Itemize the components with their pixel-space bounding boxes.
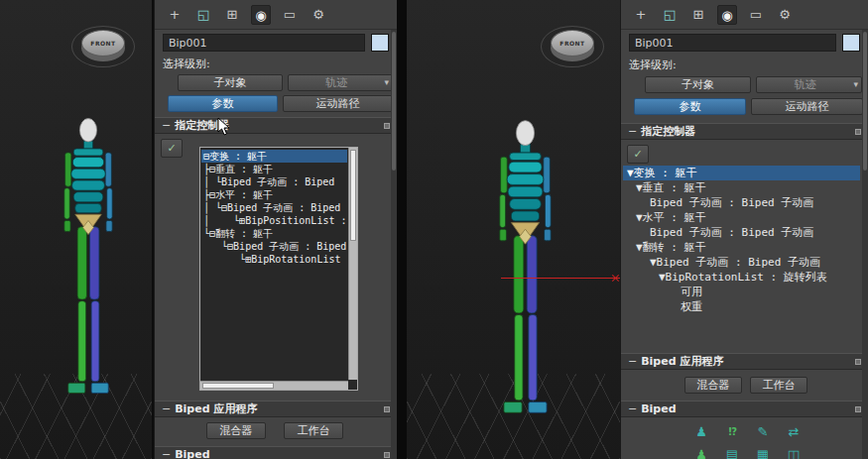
mixer-mode-icon[interactable]: ⇄: [783, 422, 805, 442]
parameters-button[interactable]: 参数: [634, 98, 746, 115]
rollout-corner-icon: [855, 406, 861, 412]
object-name-row: [163, 34, 389, 52]
rollout-title: Biped 应用程序: [175, 402, 257, 416]
tree-item-weight[interactable]: 权重: [623, 299, 860, 314]
tree-vscroll-thumb[interactable]: [350, 150, 356, 241]
tree-item-transform[interactable]: ⊟变换 : 躯干: [201, 150, 347, 163]
assign-controller-button[interactable]: ✓: [161, 139, 183, 158]
x-axis-marker: [611, 274, 620, 283]
tree-item-horizontal[interactable]: ├⊟水平 : 躯干: [201, 188, 347, 201]
panel-scrollbar-thumb[interactable]: [863, 32, 867, 171]
motion-paths-button[interactable]: 运动路径: [283, 95, 393, 112]
tree-item-biprotationlist[interactable]: ▼BipRotationList : 旋转列表: [623, 270, 860, 285]
motion-paths-button[interactable]: 运动路径: [751, 98, 863, 115]
tree-item-biped-subanim[interactable]: └⊟Biped 子动画 : Biped: [201, 240, 347, 253]
viewport-left[interactable]: FRONT: [0, 0, 152, 459]
chevron-down-icon: ▾: [853, 77, 858, 92]
selection-level-buttons: 子对象 ▾ 轨迹: [645, 76, 862, 93]
mode-buttons: 参数 运动路径: [634, 98, 863, 115]
viewport-right[interactable]: FRONT: [407, 0, 620, 459]
rollout-assign-controller[interactable]: − 指定控制器: [155, 117, 397, 134]
assign-controller-tree: ⊟变换 : 躯干 ├⊟垂直 : 躯干 │ └Biped 子动画 : Biped …: [199, 147, 358, 391]
display-tab-icon[interactable]: ▭: [280, 5, 300, 25]
trajectory-button-label: 轨迹: [795, 78, 816, 91]
tree-item-biped-subanim[interactable]: │ └⊟Biped 子动画 : Biped: [201, 201, 347, 214]
biped-character[interactable]: [50, 102, 127, 441]
selection-level-label: 选择级别:: [163, 57, 210, 71]
sub-object-button[interactable]: 子对象: [178, 74, 283, 91]
object-color-swatch[interactable]: [371, 34, 389, 52]
rollout-corner-icon: [384, 123, 390, 129]
create-tab-icon[interactable]: +: [631, 5, 651, 25]
motion-tab-icon[interactable]: ◉: [251, 5, 271, 25]
viewcube-disc[interactable]: FRONT: [81, 30, 125, 57]
tree-hscroll-thumb[interactable]: [202, 383, 274, 389]
panel-scrollbar-thumb[interactable]: [392, 32, 396, 171]
tree-item-transform[interactable]: ▼变换 : 躯干: [623, 166, 860, 180]
rollout-biped[interactable]: − Biped: [155, 446, 397, 459]
tree-item-turning[interactable]: └⊟翻转 : 躯干: [201, 227, 347, 240]
tree-item-biped-subanim[interactable]: │ └Biped 子动画 : Biped: [201, 175, 347, 188]
biped-character-selected[interactable]: [484, 106, 566, 459]
command-panel-tabs: + ◱ ⊞ ◉ ▭ ⚙: [155, 0, 397, 30]
tree-item-biped-subanim[interactable]: ▼Biped 子动画 : Biped 子动画: [623, 255, 860, 270]
modify-tab-icon[interactable]: ◱: [660, 5, 680, 25]
selection-level-buttons: 子对象 ▾ 轨迹: [178, 74, 393, 91]
save-file-icon[interactable]: ▦: [752, 445, 774, 459]
tree-item-turning[interactable]: ▼翻转 : 躯干: [623, 240, 860, 255]
rollout-assign-controller[interactable]: − 指定控制器: [621, 123, 868, 140]
tree-item-horizontal[interactable]: ▼水平 : 躯干: [623, 210, 860, 225]
assign-controller-button[interactable]: ✓: [627, 145, 649, 164]
workbench-button[interactable]: 工作台: [750, 377, 807, 394]
hierarchy-tab-icon[interactable]: ⊞: [222, 5, 242, 25]
utilities-wrench-icon[interactable]: ⚙: [775, 5, 795, 25]
tree-item-biprotationlist[interactable]: └⊞BipRotationList :: [201, 253, 347, 266]
trajectory-button[interactable]: ▾ 轨迹: [288, 74, 393, 91]
tree-horizontal-scrollbar[interactable]: [200, 381, 348, 390]
load-file-icon[interactable]: ▤: [721, 445, 743, 459]
motion-tab-icon[interactable]: ◉: [717, 5, 737, 25]
viewcube-gizmo[interactable]: FRONT: [541, 26, 604, 67]
tree-item-vertical[interactable]: ▼垂直 : 躯干: [623, 180, 860, 195]
utilities-wrench-icon[interactable]: ⚙: [309, 5, 328, 25]
tree-item-available[interactable]: 可用: [623, 285, 860, 299]
modify-tab-icon[interactable]: ◱: [193, 5, 213, 25]
rollout-corner-icon: [855, 359, 861, 365]
screen-divider: [397, 0, 407, 459]
footstep-mode-icon[interactable]: !?: [721, 422, 743, 442]
object-name-input[interactable]: [163, 34, 365, 52]
tree-item-bippositionlist[interactable]: │ └⊞BipPositionList :: [201, 214, 347, 227]
mixer-button[interactable]: 混合器: [684, 377, 742, 394]
command-panel-right: + ◱ ⊞ ◉ ▭ ⚙ 选择级别: 子对象 ▾ 轨迹 参数 运动路径 − 指定控…: [620, 0, 868, 459]
rollout-biped[interactable]: − Biped: [621, 401, 868, 417]
create-tab-icon[interactable]: +: [165, 5, 185, 25]
tree-item-biped-subanim[interactable]: Biped 子动画 : Biped 子动画: [623, 225, 860, 240]
collapse-icon: −: [162, 402, 171, 415]
motion-flow-mode-icon[interactable]: ✎: [752, 422, 774, 442]
viewcube-front-label: FRONT: [552, 31, 593, 57]
selection-level-label: 选择级别:: [629, 57, 677, 72]
biped-mode-icons-row2: ♟ ▤ ▦ ◫: [690, 445, 805, 459]
rollout-title: Biped 应用程序: [641, 354, 723, 369]
tree-vertical-scrollbar[interactable]: [348, 148, 357, 380]
rollout-biped-apps[interactable]: − Biped 应用程序: [155, 401, 397, 417]
viewcube-disc[interactable]: FRONT: [551, 30, 594, 57]
tree-item-vertical[interactable]: ├⊟垂直 : 躯干: [201, 163, 347, 175]
display-tab-icon[interactable]: ▭: [746, 5, 766, 25]
hierarchy-tab-icon[interactable]: ⊞: [688, 5, 708, 25]
parameters-button[interactable]: 参数: [168, 95, 278, 112]
rollout-biped-apps[interactable]: − Biped 应用程序: [621, 353, 868, 370]
workbench-button[interactable]: 工作台: [284, 422, 343, 439]
trajectory-button[interactable]: ▾ 轨迹: [756, 76, 862, 93]
panel-scrollbar[interactable]: [862, 30, 868, 459]
collapse-icon: −: [162, 448, 171, 459]
tree-item-biped-subanim[interactable]: Biped 子动画 : Biped 子动画: [623, 195, 860, 210]
figure-mode-icon[interactable]: ♟: [690, 422, 712, 442]
object-color-swatch[interactable]: [842, 34, 860, 52]
object-name-input[interactable]: [629, 34, 836, 52]
viewcube-gizmo[interactable]: FRONT: [71, 26, 135, 67]
biped-figure-files-icon[interactable]: ♟: [690, 445, 712, 459]
mixer-button[interactable]: 混合器: [206, 422, 266, 439]
convert-icon[interactable]: ◫: [783, 445, 805, 459]
sub-object-button[interactable]: 子对象: [645, 76, 751, 93]
